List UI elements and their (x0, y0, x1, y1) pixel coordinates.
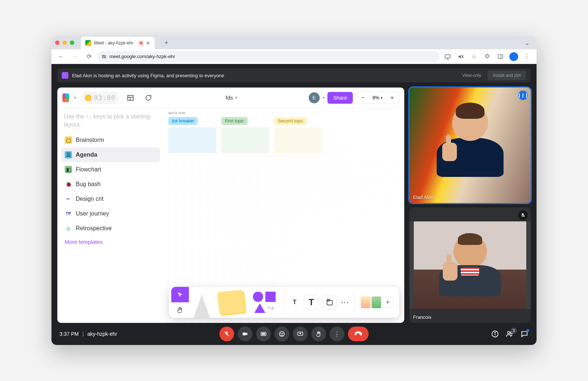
template-designcrit[interactable]: ✒Design crit (61, 192, 160, 206)
meeting-details-button[interactable] (491, 330, 499, 338)
template-userjourney[interactable]: 🗺User journey (61, 206, 160, 221)
timer[interactable]: 03:00 (81, 92, 119, 104)
figma-canvas[interactable]: quick sync Ice breaker First topic Secon… (164, 108, 404, 323)
back-button[interactable]: ← (55, 51, 67, 63)
flowchart-icon: ◧ (65, 166, 72, 173)
agenda-col-second[interactable]: Second topic (274, 117, 322, 153)
sticky-note-tool[interactable] (217, 290, 245, 315)
participant-name: Elad Alon (413, 195, 433, 200)
template-bugbash[interactable]: 🐞Bug bash (61, 177, 160, 192)
stamps-group: + (357, 296, 397, 308)
agenda-col-ice[interactable]: Ice breaker (168, 117, 216, 153)
reactions-button[interactable] (275, 327, 289, 341)
more-templates-link[interactable]: More templates (61, 236, 160, 248)
agenda-col-first[interactable]: First topic (221, 117, 269, 153)
share-button[interactable]: Share (327, 92, 353, 104)
template-brainstorm[interactable]: ▢Brainstorm (61, 133, 160, 147)
mute-tab-icon[interactable] (455, 51, 467, 63)
microphone-button[interactable] (219, 327, 234, 341)
present-button[interactable] (293, 327, 308, 341)
reload-button[interactable]: ⟳ (83, 51, 95, 63)
figma-logo-icon[interactable] (62, 93, 69, 102)
template-flowchart[interactable]: ◧Flowchart (61, 162, 160, 177)
svg-point-21 (283, 333, 283, 334)
agenda-icon: ☰ (65, 151, 72, 159)
text-tool[interactable]: T (304, 295, 319, 310)
marker-tool[interactable] (194, 294, 210, 318)
profile-avatar[interactable] (508, 51, 520, 63)
hand-tool[interactable] (171, 302, 189, 318)
more-options-button[interactable]: ⋮ (330, 327, 344, 341)
leave-call-button[interactable] (348, 327, 369, 341)
side-panel-icon[interactable] (495, 51, 506, 63)
address-bar[interactable]: meet.google.com/aky-hzpk-ehr (97, 51, 440, 62)
extensions-icon[interactable] (481, 51, 493, 63)
tab-close-button[interactable]: ✕ (146, 40, 150, 46)
comment-icon[interactable] (142, 92, 154, 104)
view-only-label: View-only (459, 71, 484, 79)
map-icon: 🗺 (65, 210, 72, 217)
zoom-out-button[interactable]: − (356, 95, 369, 101)
target-icon: ◎ (65, 225, 72, 232)
avatar-chevron-icon[interactable]: ▾ (323, 96, 325, 100)
svg-text:CC: CC (262, 333, 265, 335)
section-tool[interactable] (322, 295, 337, 310)
pen-icon: ✒ (65, 195, 72, 203)
svg-rect-4 (445, 54, 450, 58)
people-button[interactable]: 3 (506, 330, 514, 338)
browser-menu-button[interactable]: ⋮ (521, 51, 533, 63)
chat-button[interactable] (520, 330, 528, 338)
presentation-panel: ▾ 03:00 fds ▾ E ▾ Share (57, 88, 404, 323)
site-settings-icon[interactable] (101, 54, 107, 59)
more-tools-button[interactable]: ⋯ (341, 298, 349, 307)
forward-button[interactable]: → (69, 51, 81, 63)
add-stamp-button[interactable]: + (382, 297, 393, 308)
template-agenda[interactable]: ☰Agenda (61, 147, 160, 162)
raise-hand-button[interactable] (311, 327, 326, 341)
clock: 3:37 PM (60, 331, 79, 337)
zoom-in-button[interactable]: + (386, 95, 399, 101)
svg-point-2 (103, 55, 104, 56)
meet-bottom-bar: 3:37 PM | aky-hzpk-ehr CC ⋮ 3 (51, 323, 537, 345)
svg-point-19 (279, 331, 284, 337)
collaborator-avatar[interactable]: E (309, 92, 320, 103)
select-tool[interactable] (171, 287, 189, 302)
new-tab-button[interactable]: + (161, 38, 172, 48)
install-join-button[interactable]: Install and join (488, 71, 526, 80)
stamp-2[interactable] (372, 296, 381, 308)
maximize-window-button[interactable] (70, 40, 74, 45)
minimize-window-button[interactable] (62, 40, 67, 45)
layout-icon[interactable] (124, 92, 137, 104)
browser-tab[interactable]: Meet - aky-hzpk-ehr ✕ (81, 37, 155, 49)
template-sidebar: Use the ↑↓ keys to pick a starting layou… (57, 108, 164, 323)
canvas-script-label: quick sync (168, 110, 186, 115)
tab-title: Meet - aky-hzpk-ehr (94, 40, 133, 46)
zoom-control: − 9%▾ + (356, 92, 399, 104)
timer-value: 03:00 (94, 94, 115, 102)
stamp-1[interactable] (361, 296, 370, 308)
figma-topbar: ▾ 03:00 fds ▾ E ▾ Share (57, 88, 404, 108)
participant-tile-elad[interactable]: ❙❙❙ Elad Alon (409, 88, 531, 203)
participant-tile-francois[interactable]: Francois (409, 207, 531, 323)
agenda-columns: Ice breaker First topic Second topic (168, 117, 322, 153)
chevron-down-icon: ▾ (235, 95, 237, 100)
muted-icon (518, 210, 528, 220)
template-retro[interactable]: ◎Retrospective (61, 221, 160, 236)
camera-button[interactable] (238, 327, 252, 341)
close-window-button[interactable] (55, 40, 60, 45)
svg-rect-7 (498, 54, 503, 58)
screen-share-icon[interactable] (442, 51, 453, 63)
traffic-lights (55, 40, 74, 45)
doc-title[interactable]: fds ▾ (159, 95, 304, 101)
captions-button[interactable]: CC (256, 327, 271, 341)
url-text: meet.google.com/aky-hzpk-ehr (110, 54, 175, 59)
bookmark-icon[interactable]: ☆ (468, 51, 480, 63)
shape-tool[interactable]: ↪ (253, 292, 276, 313)
zoom-level[interactable]: 9%▾ (369, 95, 386, 100)
figma-menu-chevron-icon[interactable]: ▾ (74, 96, 76, 100)
meeting-code: aky-hzpk-ehr (87, 331, 117, 337)
tabs-dropdown-button[interactable]: ⌄ (521, 37, 533, 49)
brainstorm-icon: ▢ (65, 136, 72, 144)
text-size-small-icon[interactable]: T (289, 297, 300, 308)
people-count-badge: 3 (511, 328, 517, 334)
